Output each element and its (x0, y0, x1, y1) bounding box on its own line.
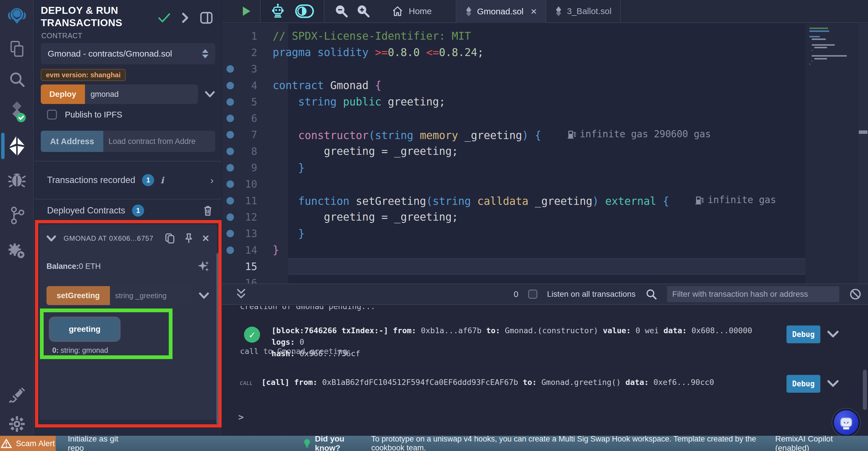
line-number: 11 (238, 195, 273, 206)
listen-all-label: Listen on all transactions (547, 289, 636, 299)
line-number: 5 (238, 96, 273, 108)
home-tab[interactable]: Home (380, 0, 443, 22)
editor-tab-bar: Home Gmonad.sol ✕ 3_Ballot.sol (222, 0, 868, 23)
zoom-out-icon[interactable] (334, 4, 348, 19)
gutter-dot-icon[interactable] (226, 230, 234, 237)
tab-gmonad-sol[interactable]: Gmonad.sol ✕ (456, 0, 546, 23)
close-tab-icon[interactable]: ✕ (530, 7, 537, 17)
remix-ai-assistant-button[interactable] (832, 409, 860, 436)
code-line: 5 string public greeting; (222, 94, 868, 110)
status-bar: Scam Alert Initialize as git repo Did yo… (0, 436, 868, 451)
editor-scrollbar[interactable] (858, 24, 868, 284)
line-number: 8 (238, 146, 273, 157)
gutter-dot-icon[interactable] (226, 148, 234, 155)
sidebar-item-file-explorer[interactable] (0, 37, 34, 61)
sidebar-item-debugger[interactable] (0, 166, 34, 193)
select-arrows-icon (202, 49, 208, 58)
tab-ballot-sol[interactable]: 3_Ballot.sol (546, 0, 621, 22)
sidebar-item-solidity-compiler[interactable] (0, 98, 34, 125)
clear-console-ban-icon[interactable] (849, 288, 862, 301)
pin-panel-icon[interactable] (200, 11, 213, 24)
gutter-dot-icon[interactable] (226, 115, 234, 122)
debug-button[interactable]: Debug (786, 375, 820, 393)
ai-assistant-robot-icon[interactable] (270, 3, 285, 19)
expand-log-chevron-icon[interactable] (827, 330, 839, 338)
code-line: 11 function setGreeting(string calldata … (222, 193, 868, 209)
sidebar-item-deploy-run[interactable] (0, 133, 34, 159)
sidebar-item-search[interactable] (0, 67, 34, 91)
publish-ipfs-checkbox[interactable] (47, 110, 57, 119)
did-you-know-tip: Did you know? To prototype on a uniswap … (303, 434, 775, 451)
call-log-entry: CALL [call] from: 0xB1aB62fdFC104512F594… (240, 376, 714, 388)
file-explorer-icon (8, 39, 26, 58)
code-line: 2pragma solidity >=0.8.0 <=0.8.24; (222, 44, 868, 61)
gutter-dot-icon[interactable] (226, 214, 234, 221)
collapse-panel-chevron-icon[interactable] (181, 12, 189, 24)
gutter-dot-icon[interactable] (226, 65, 234, 73)
plugin-manager-icon (7, 242, 26, 260)
sidebar-item-settings[interactable] (0, 411, 34, 436)
listen-all-checkbox[interactable] (528, 289, 537, 299)
sidebar-item-plugin-connector[interactable] (0, 383, 34, 408)
code-line: 10 (222, 176, 868, 193)
clear-deployed-trash-icon[interactable] (202, 204, 214, 217)
pending-log-line: creation of Gmonad pending... (240, 306, 375, 311)
deploy-run-panel: DEPLOY & RUN TRANSACTIONS CONTRACT Gmona… (34, 0, 222, 436)
deploy-constructor-input[interactable] (85, 84, 198, 104)
icon-rail (0, 0, 34, 436)
transactions-info-icon[interactable]: i (160, 175, 164, 185)
at-address-button[interactable]: At Address (41, 131, 103, 152)
gutter-dot-icon[interactable] (226, 98, 234, 106)
sidebar-item-plugin-manager[interactable] (0, 238, 34, 264)
gutter-dot-icon[interactable] (226, 247, 234, 254)
code-line: 15 (222, 258, 868, 275)
line-number: 9 (238, 162, 273, 173)
remix-logo[interactable] (0, 5, 34, 28)
scam-alert-button[interactable]: Scam Alert (0, 436, 56, 451)
terminal-scrollbar[interactable] (863, 370, 867, 410)
at-address-input[interactable] (103, 131, 215, 152)
contract-select[interactable]: Gmonad - contracts/Gmonad.sol (41, 43, 215, 64)
terminal-prompt[interactable]: > (238, 412, 244, 423)
line-number: 2 (238, 47, 273, 58)
collapse-terminal-icon[interactable] (236, 288, 246, 301)
code-editor[interactable]: 1// SPDX-License-Identifier: MIT2pragma … (222, 24, 868, 284)
gutter-dot-icon[interactable] (226, 180, 234, 188)
deploy-expand-chevron-icon[interactable] (205, 90, 215, 98)
code-line: 6 (222, 110, 868, 126)
terminal-search-icon[interactable] (645, 288, 657, 300)
run-script-play-icon[interactable] (241, 5, 251, 17)
terminal-toolbar: 0 Listen on all transactions (222, 284, 868, 305)
deployed-contracts-label: Deployed Contracts (47, 205, 125, 216)
transactions-expand-chevron-icon[interactable]: › (210, 175, 214, 186)
gutter-dot-icon[interactable] (226, 164, 234, 171)
tx-success-icon: ✓ (244, 327, 260, 343)
solidity-file-icon (465, 6, 472, 17)
evm-version-badge: evm version: shanghai (41, 69, 126, 81)
deployed-contracts-count-badge: 1 (132, 204, 144, 217)
code-line: 7 constructor(string memory _greeting) {… (222, 127, 868, 143)
git-init-button[interactable]: Initialize as git repo (68, 434, 131, 451)
compile-success-check-icon (158, 12, 170, 23)
editor-minimap[interactable] (809, 28, 856, 75)
code-line: 14} (222, 242, 868, 258)
debug-button[interactable]: Debug (786, 326, 820, 343)
gutter-dot-icon[interactable] (226, 197, 234, 204)
copilot-status[interactable]: RemixAI Copilot (enabled) (775, 434, 861, 451)
sidebar-item-git[interactable] (0, 202, 34, 229)
zoom-in-icon[interactable] (356, 4, 370, 19)
expand-log-chevron-icon[interactable] (827, 379, 839, 388)
code-line: 3 (222, 61, 868, 77)
gutter-dot-icon[interactable] (226, 131, 234, 138)
call-note: call to Gmonad.greeting (240, 347, 347, 356)
greeting-result: 0: string: gmonad (52, 346, 108, 355)
gear-icon (8, 415, 26, 433)
annotation-green-box: greeting 0: string: gmonad (40, 309, 173, 359)
gutter-dot-icon[interactable] (226, 82, 234, 89)
remix-logo-icon (6, 5, 28, 27)
main-area: Home Gmonad.sol ✕ 3_Ballot.sol 1// SPDX-… (222, 0, 868, 436)
theme-toggle-icon[interactable] (295, 4, 314, 18)
deploy-button[interactable]: Deploy (41, 84, 85, 104)
greeting-button[interactable]: greeting (51, 318, 119, 340)
transaction-filter-input[interactable] (667, 286, 839, 302)
